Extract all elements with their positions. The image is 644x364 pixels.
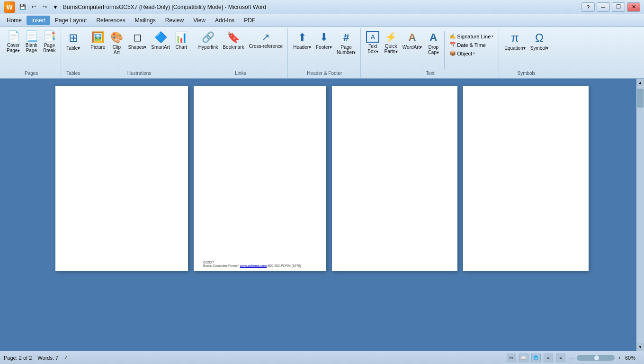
- signature-line-dropdown: ▾: [492, 34, 493, 38]
- ribbon-group-tables: ⊞ Table▾ Tables: [62, 28, 85, 78]
- wordart-label: WordArt▾: [402, 45, 422, 50]
- customize-quick-btn[interactable]: ▼: [51, 2, 60, 12]
- object-icon: 📦: [449, 50, 456, 56]
- cross-reference-label: Cross-reference: [249, 44, 283, 49]
- symbol-label: Symbol▾: [530, 46, 548, 51]
- outline-btn[interactable]: ≡: [544, 354, 553, 362]
- menu-bar: Home Insert Page Layout References Maili…: [0, 14, 644, 27]
- undo-quick-btn[interactable]: ↩: [29, 2, 38, 12]
- date-time-button[interactable]: 📅 Date & Time: [447, 41, 496, 49]
- page-3: [332, 86, 457, 271]
- page-1: [55, 86, 188, 271]
- page-break-label: PageBreak: [43, 43, 55, 53]
- quick-parts-button[interactable]: ⚡ QuickParts▾: [382, 30, 399, 55]
- page-break-icon: 📑: [43, 31, 56, 42]
- equation-button[interactable]: π Equation▾: [502, 30, 527, 52]
- signature-line-label: Signature Line: [457, 34, 491, 39]
- page-2-footer: GC5X7 Burris Computer Forms* www.pcforms…: [203, 261, 301, 267]
- signature-line-button[interactable]: ✍ Signature Line ▾: [447, 32, 496, 40]
- links-group-content: 🔗 Hyperlink 🔖 Bookmark ↗ Cross-reference: [197, 28, 285, 70]
- scroll-up-btn[interactable]: ▲: [636, 79, 644, 86]
- zoom-thumb[interactable]: [594, 355, 599, 361]
- text-group-divider: [444, 31, 445, 69]
- footer-icon: ⬇: [320, 31, 328, 44]
- menu-references[interactable]: References: [91, 16, 130, 25]
- drop-cap-button[interactable]: A DropCap▾: [425, 30, 442, 56]
- date-time-label: Date & Time: [457, 42, 486, 48]
- clip-art-label: ClipArt: [113, 45, 121, 55]
- draft-btn[interactable]: ≡: [556, 354, 565, 362]
- signature-line-icon: ✍: [449, 33, 456, 39]
- save-quick-btn[interactable]: 💾: [18, 2, 27, 12]
- picture-button[interactable]: 🖼️ Picture: [89, 30, 107, 51]
- redo-quick-btn[interactable]: ↪: [40, 2, 49, 12]
- minimize-btn[interactable]: ─: [597, 2, 610, 12]
- spell-check-icon[interactable]: ✓: [64, 355, 68, 361]
- table-button[interactable]: ⊞ Table▾: [64, 30, 82, 52]
- page-4: [463, 86, 589, 271]
- clip-art-button[interactable]: 🎨 ClipArt: [108, 30, 125, 56]
- status-bar: Page: 2 of 2 Words: 7 ✓ ▭ 📖 🌐 ≡ ≡ ─ + 60…: [0, 351, 644, 364]
- shapes-icon: ◻: [133, 31, 142, 44]
- wordart-button[interactable]: A WordArt▾: [401, 30, 424, 51]
- page-number-icon: #: [343, 31, 349, 44]
- menu-pdf[interactable]: PDF: [239, 16, 260, 25]
- equation-label: Equation▾: [504, 46, 525, 51]
- zoom-plus-btn[interactable]: +: [617, 355, 622, 361]
- footer-link[interactable]: www.pcforms.com: [240, 264, 267, 267]
- bookmark-button[interactable]: 🔖 Bookmark: [221, 30, 246, 51]
- print-layout-btn[interactable]: ▭: [507, 354, 516, 362]
- scroll-down-btn[interactable]: ▼: [636, 343, 644, 351]
- page-4-content: [463, 86, 589, 271]
- page-info: Page: 2 of 2: [4, 355, 32, 361]
- cover-page-button[interactable]: 📄 CoverPage▾: [5, 30, 22, 54]
- zoom-minus-btn[interactable]: ─: [568, 355, 574, 361]
- menu-review[interactable]: Review: [161, 16, 188, 25]
- symbols-group-content: π Equation▾ Ω Symbol▾: [502, 28, 550, 70]
- menu-home[interactable]: Home: [2, 16, 27, 25]
- wordart-icon: A: [409, 31, 416, 44]
- header-footer-group-content: ⬆ Header▾ ⬇ Footer▾ # PageNumber▾: [291, 28, 358, 70]
- tables-group-content: ⊞ Table▾: [64, 28, 82, 70]
- page-3-content: [332, 86, 457, 271]
- footer-label: Footer▾: [316, 45, 332, 50]
- zoom-slider[interactable]: [577, 355, 615, 361]
- blank-page-icon: 📃: [25, 31, 38, 42]
- smartart-button[interactable]: 🔷 SmartArt: [149, 30, 171, 51]
- menu-mailings[interactable]: Mailings: [130, 16, 161, 25]
- header-icon: ⬆: [298, 31, 306, 44]
- text-box-button[interactable]: A TextBox▾: [364, 30, 381, 55]
- symbol-button[interactable]: Ω Symbol▾: [528, 30, 550, 52]
- menu-view[interactable]: View: [188, 16, 210, 25]
- header-button[interactable]: ⬆ Header▾: [291, 30, 313, 51]
- blank-page-label: BlankPage: [26, 43, 37, 53]
- page-break-button[interactable]: 📑 PageBreak: [41, 30, 58, 54]
- help-btn[interactable]: ?: [581, 2, 595, 12]
- footer-button[interactable]: ⬇ Footer▾: [314, 30, 334, 51]
- clip-art-icon: 🎨: [110, 31, 123, 44]
- quick-access-toolbar: 💾 ↩ ↪ ▼: [18, 2, 60, 12]
- shapes-button[interactable]: ◻ Shapes▾: [126, 30, 148, 51]
- hyperlink-button[interactable]: 🔗 Hyperlink: [197, 30, 220, 51]
- pages-group-label: Pages: [25, 70, 38, 76]
- full-reading-btn[interactable]: 📖: [519, 354, 528, 362]
- web-layout-btn[interactable]: 🌐: [531, 354, 541, 362]
- object-label: Object: [457, 51, 472, 56]
- bookmark-label: Bookmark: [223, 45, 244, 50]
- ribbon: 📄 CoverPage▾ 📃 BlankPage 📑 PageBreak Pag…: [0, 27, 644, 79]
- text-group-label: Text: [426, 70, 434, 76]
- header-footer-group-label: Header & Footer: [307, 70, 342, 76]
- close-btn[interactable]: ✕: [627, 2, 640, 12]
- menu-insert[interactable]: Insert: [27, 16, 50, 25]
- page-number-button[interactable]: # PageNumber▾: [335, 30, 358, 56]
- cross-reference-button[interactable]: ↗ Cross-reference: [247, 30, 285, 50]
- ribbon-group-text: A TextBox▾ ⚡ QuickParts▾ A WordArt▾ A Dr…: [361, 28, 499, 78]
- menu-addins[interactable]: Add-Ins: [210, 16, 239, 25]
- object-button[interactable]: 📦 Object ▾: [447, 49, 496, 57]
- blank-page-button[interactable]: 📃 BlankPage: [23, 30, 40, 54]
- vertical-scrollbar: ▲ ▼: [636, 79, 644, 351]
- menu-page-layout[interactable]: Page Layout: [50, 16, 91, 25]
- scroll-thumb[interactable]: [637, 89, 644, 108]
- chart-button[interactable]: 📊 Chart: [173, 30, 190, 51]
- restore-btn[interactable]: ❐: [612, 2, 625, 12]
